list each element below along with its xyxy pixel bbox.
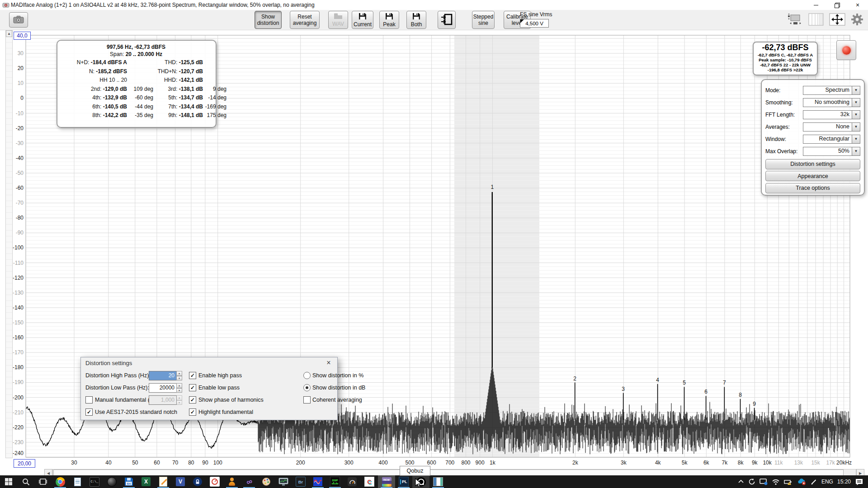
high-pass-input[interactable]: 20 bbox=[149, 371, 177, 380]
screenshot-camera-button[interactable] bbox=[9, 12, 28, 28]
show-phase-checkbox[interactable]: ✓ bbox=[189, 396, 196, 404]
show-distortion-db-radio[interactable] bbox=[303, 384, 311, 391]
enable-high-pass-checkbox[interactable]: ✓ bbox=[189, 372, 196, 379]
excel-icon: X bbox=[142, 477, 151, 486]
x-tick-label: 13k bbox=[794, 460, 803, 466]
taskbar-item-gauge-dark-app[interactable] bbox=[344, 475, 361, 488]
taskbar-item-monitor-chart-app[interactable] bbox=[275, 475, 292, 488]
taskbar-item-task-view[interactable] bbox=[34, 475, 52, 488]
tray-notification-icon[interactable] bbox=[855, 478, 863, 486]
dialog-close-icon[interactable]: × bbox=[324, 359, 334, 367]
scroll-up-arrow[interactable]: ▲ bbox=[6, 30, 12, 37]
close-button[interactable]: × bbox=[847, 0, 868, 10]
taskbar-item-start[interactable] bbox=[0, 475, 17, 488]
tray-onedrive-error-icon[interactable] bbox=[797, 478, 806, 485]
peak-label: 7 bbox=[723, 380, 726, 386]
tray-display-icon[interactable] bbox=[760, 478, 768, 485]
reset-averaging-button[interactable]: Resetaveraging bbox=[290, 11, 320, 29]
high-pass-spinner[interactable]: ▲▼ bbox=[176, 371, 182, 380]
pl-app-icon: PL bbox=[399, 477, 409, 487]
taskbar-item-bridge[interactable]: Br bbox=[292, 475, 309, 488]
highlight-fundamental-checkbox[interactable]: ✓ bbox=[189, 408, 196, 416]
taskbar-item-rew[interactable]: REW bbox=[378, 475, 395, 488]
settings-gear-icon[interactable] bbox=[851, 13, 863, 28]
taskbar-item-c-app[interactable]: C bbox=[361, 475, 378, 488]
x-tick-label: 11k bbox=[774, 460, 783, 466]
stat-phase: 175 deg bbox=[203, 111, 226, 120]
stepped-sine-button[interactable]: Steppedsine bbox=[472, 11, 495, 29]
distortion-settings-button[interactable]: Distortion settings bbox=[765, 159, 860, 169]
scrollbar-thumb[interactable] bbox=[53, 469, 844, 476]
show-distortion-pct-label: Show distortion in % bbox=[312, 372, 363, 379]
coherent-averaging-checkbox[interactable] bbox=[303, 396, 311, 404]
window-dropdown[interactable]: Rectangular ▼ bbox=[803, 135, 860, 144]
taskbar-item-gauge-red-app[interactable] bbox=[206, 475, 223, 488]
stat-phase bbox=[203, 67, 226, 76]
stat-cell: 7th: -134,4 dB bbox=[156, 103, 203, 112]
taskbar-item-visual-studio[interactable]: ∞ bbox=[241, 475, 258, 488]
save-both-button[interactable]: Both bbox=[406, 11, 426, 29]
loopback-button[interactable] bbox=[438, 11, 456, 29]
maxoverlap-dropdown[interactable]: 50% ▼ bbox=[803, 147, 860, 156]
plot-pan-icon[interactable] bbox=[787, 13, 803, 28]
show-distortion-pct-radio[interactable] bbox=[303, 372, 311, 379]
search-icon bbox=[22, 478, 30, 486]
x-axis-min-editbox[interactable]: 20,00 bbox=[14, 459, 35, 468]
tray-wifi-icon[interactable] bbox=[772, 479, 780, 485]
taskbar-item-paint-palette-app[interactable] bbox=[258, 475, 275, 488]
taskbar-item-search[interactable] bbox=[17, 475, 34, 488]
tray-language[interactable]: ENG bbox=[821, 479, 833, 485]
tray-sync-icon[interactable] bbox=[748, 478, 755, 485]
manual-fundamental-checkbox[interactable] bbox=[85, 396, 93, 404]
taskbar-item-windows-app[interactable] bbox=[429, 475, 447, 488]
mode-dropdown[interactable]: Spectrum ▼ bbox=[803, 86, 860, 95]
control-label: FFT Length: bbox=[765, 112, 795, 118]
taskbar-item-pl-app[interactable]: PL bbox=[395, 475, 412, 488]
low-pass-spinner[interactable]: ▲▼ bbox=[176, 383, 182, 393]
taskbar-item-floppy-64-app[interactable]: 64 bbox=[120, 475, 137, 488]
taskbar-item-command-prompt[interactable]: C:\_ bbox=[86, 475, 103, 488]
peak-label: 8 bbox=[739, 392, 742, 398]
smoothing-dropdown[interactable]: No smoothing ▼ bbox=[803, 98, 860, 107]
taskbar-item-dark-sphere-app[interactable] bbox=[103, 475, 120, 488]
save-peak-button[interactable]: Peak bbox=[379, 11, 399, 29]
enable-low-pass-checkbox[interactable]: ✓ bbox=[189, 384, 196, 391]
low-pass-input[interactable]: 20000 bbox=[149, 383, 177, 393]
averages-dropdown[interactable]: None ▼ bbox=[803, 122, 860, 131]
taskbar-item-notepad[interactable] bbox=[69, 475, 86, 488]
enable-low-pass-label: Enable low pass bbox=[198, 385, 240, 391]
fftlength-dropdown[interactable]: 32k ▼ bbox=[803, 110, 860, 119]
restore-button[interactable] bbox=[826, 0, 847, 10]
record-button[interactable] bbox=[836, 40, 856, 60]
tray-battery-warning-icon[interactable] bbox=[784, 479, 793, 485]
chevron-down-icon: ▼ bbox=[852, 98, 860, 107]
minimize-button[interactable] bbox=[806, 0, 826, 10]
tray-clock[interactable]: 15:20 bbox=[837, 479, 851, 485]
control-row: Averages: None ▼ bbox=[765, 121, 860, 133]
plot-fit-icon[interactable] bbox=[829, 13, 845, 28]
peak-label: 3 bbox=[622, 386, 625, 392]
level-detail-line: Peak sample: -10,79 dBFS bbox=[754, 57, 817, 62]
save-current-button[interactable]: Current bbox=[352, 11, 373, 29]
taskbar-item-wave-analyzer[interactable] bbox=[309, 475, 326, 488]
taskbar-item-lock-app[interactable] bbox=[189, 475, 206, 488]
taskbar-item-text-editor[interactable] bbox=[155, 475, 172, 488]
taskbar-item-visio[interactable]: V bbox=[172, 475, 189, 488]
tray-chevron-up-icon[interactable] bbox=[738, 479, 744, 484]
trace-options-button[interactable]: Trace options bbox=[765, 183, 860, 193]
x-tick-label: 17k bbox=[826, 460, 835, 466]
taskbar-item-user-orange-app[interactable] bbox=[223, 475, 241, 488]
stat-phase: -60 deg bbox=[127, 94, 156, 103]
taskbar-item-chrome[interactable] bbox=[52, 475, 69, 488]
plot-grid-icon[interactable] bbox=[808, 13, 824, 28]
taskbar-item-dsp-app[interactable]: DSP bbox=[326, 475, 344, 488]
y-axis-max-editbox[interactable]: 40,0 bbox=[14, 32, 31, 40]
vertical-scrollbar[interactable]: ▲ bbox=[5, 30, 13, 458]
taskbar-item-excel[interactable]: X bbox=[137, 475, 155, 488]
x-tick-label: 2k bbox=[572, 460, 578, 466]
tray-pen-icon[interactable] bbox=[810, 478, 817, 485]
appearance-button[interactable]: Appearance bbox=[765, 171, 860, 181]
show-distortion-button[interactable]: Showdistortion bbox=[255, 11, 282, 29]
fs-sine-input[interactable]: 4,500 V bbox=[520, 19, 549, 28]
aes-notch-checkbox[interactable]: ✓ bbox=[85, 408, 93, 416]
